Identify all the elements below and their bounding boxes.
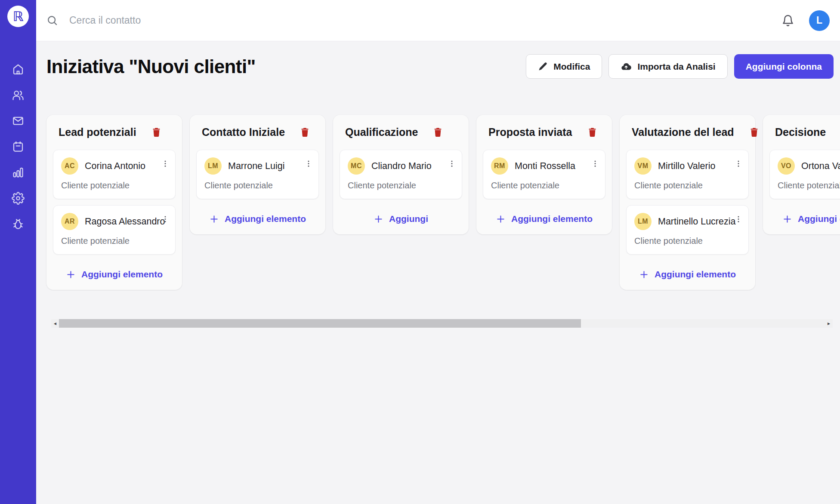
search-input[interactable]	[69, 15, 336, 26]
trash-icon	[432, 127, 443, 138]
app-logo[interactable]: ℝ	[7, 6, 29, 27]
kebab-icon	[304, 159, 313, 169]
column-header: Contatto Iniziale	[196, 126, 319, 138]
bell-icon	[781, 14, 794, 27]
card-menu-button[interactable]	[304, 159, 313, 169]
delete-column-button[interactable]	[432, 127, 443, 138]
card-menu-button[interactable]	[734, 215, 743, 224]
contact-card[interactable]: MC Cliandro Mario Cliente potenziale	[340, 150, 462, 199]
contact-card[interactable]: VM Mirtillo Valerio Cliente potenziale	[626, 150, 749, 199]
contact-card[interactable]: RM Monti Rossella Cliente potenziale	[483, 150, 605, 199]
mail-icon	[12, 114, 25, 127]
contact-subtitle: Cliente potenziale	[491, 181, 597, 191]
contact-card[interactable]: VO Ortona Valerio Cliente potenziale	[769, 150, 840, 199]
sidebar-item-analytics[interactable]	[11, 166, 25, 179]
add-item-button[interactable]: Aggiungi	[340, 210, 462, 227]
column-decisione: Decisione VO Ortona Valerio Cliente pote…	[763, 115, 840, 234]
delete-column-button[interactable]	[587, 127, 598, 138]
card-menu-button[interactable]	[448, 159, 456, 169]
card-menu-button[interactable]	[161, 159, 170, 169]
plus-icon	[209, 214, 219, 224]
contact-subtitle: Cliente potenziale	[61, 236, 167, 246]
column-header: Lead potenziali	[53, 126, 176, 138]
contact-avatar: LM	[634, 213, 652, 230]
page-header: Iniziativa "Nuovi clienti" Modifica Impo…	[46, 54, 834, 79]
notifications-button[interactable]	[781, 14, 794, 27]
column-title: Contatto Iniziale	[202, 126, 285, 138]
contact-subtitle: Cliente potenziale	[348, 181, 454, 191]
column-title: Decisione	[775, 126, 826, 138]
column-title: Qualificazione	[345, 126, 418, 138]
topbar: L	[36, 0, 840, 41]
contact-avatar: RM	[491, 157, 508, 175]
contact-avatar: LM	[204, 157, 222, 175]
card-menu-button[interactable]	[161, 215, 170, 224]
delete-column-button[interactable]	[151, 127, 162, 138]
kanban-board: Lead potenziali AC Corina Antonio Client…	[46, 115, 840, 290]
card-menu-button[interactable]	[591, 159, 599, 169]
scrollbar-track[interactable]	[59, 319, 825, 328]
import-button[interactable]: Importa da Analisi	[608, 54, 727, 79]
add-item-button[interactable]: Aggiungi elemento	[769, 210, 840, 227]
sidebar-item-mail[interactable]	[11, 114, 25, 128]
column-proposta-inviata: Proposta inviata RM Monti Rossella Clien…	[476, 115, 612, 234]
page-title: Iniziativa "Nuovi clienti"	[46, 56, 256, 77]
cloud-upload-icon	[621, 61, 632, 72]
column-title: Lead potenziali	[59, 126, 136, 138]
trash-icon	[749, 127, 760, 138]
column-header: Valutazione del lead	[626, 126, 749, 138]
plus-icon	[639, 270, 649, 280]
user-avatar[interactable]: L	[809, 10, 830, 31]
sidebar-item-contacts[interactable]	[11, 88, 25, 102]
contact-card[interactable]: AC Corina Antonio Cliente potenziale	[53, 150, 176, 199]
topbar-right: L	[781, 10, 830, 31]
delete-column-button[interactable]	[749, 127, 760, 138]
add-column-button[interactable]: Aggiungi colonna	[734, 54, 834, 79]
add-item-button[interactable]: Aggiungi elemento	[196, 210, 319, 227]
add-item-button[interactable]: Aggiungi elemento	[626, 266, 749, 283]
contact-name: Marrone Luigi	[228, 161, 284, 172]
contact-subtitle: Cliente potenziale	[778, 181, 840, 191]
contact-avatar: AC	[61, 157, 78, 175]
contact-card[interactable]: AR Ragosa Alessandro Cliente potenziale	[53, 205, 176, 255]
pencil-icon	[538, 61, 548, 71]
contact-avatar: AR	[61, 213, 78, 230]
contact-name: Cliandro Mario	[371, 161, 432, 172]
trash-icon	[300, 127, 310, 138]
trash-icon	[587, 127, 598, 138]
contact-card[interactable]: LM Marrone Luigi Cliente potenziale	[196, 150, 319, 199]
plus-icon	[782, 214, 792, 224]
add-item-button[interactable]: Aggiungi elemento	[483, 210, 605, 227]
delete-column-button[interactable]	[300, 127, 310, 138]
plus-icon	[496, 214, 506, 224]
scroll-left-button[interactable]: ◂	[51, 319, 59, 328]
user-initial: L	[816, 15, 822, 26]
column-header: Qualificazione	[340, 126, 462, 138]
kebab-icon	[161, 215, 170, 224]
home-icon	[12, 63, 25, 76]
kebab-icon	[448, 159, 456, 169]
column-qualificazione: Qualificazione MC Cliandro Mario Cliente…	[333, 115, 469, 234]
column-title: Valutazione del lead	[632, 126, 734, 138]
contact-card[interactable]: LM Martinello Lucrezia Cliente potenzial…	[626, 205, 749, 255]
sidebar-item-settings[interactable]	[11, 191, 25, 205]
scrollbar-thumb[interactable]	[59, 319, 581, 328]
column-contatto-iniziale: Contatto Iniziale LM Marrone Luigi Clien…	[190, 115, 325, 234]
contact-name: Mirtillo Valerio	[658, 161, 715, 172]
search-bar	[46, 15, 781, 26]
contact-name: Monti Rossella	[515, 161, 575, 172]
add-item-button[interactable]: Aggiungi elemento	[53, 266, 176, 283]
column-lead-potenziali: Lead potenziali AC Corina Antonio Client…	[46, 115, 182, 290]
contact-subtitle: Cliente potenziale	[61, 181, 167, 191]
search-icon	[46, 15, 58, 26]
logo-glyph: ℝ	[13, 9, 24, 24]
edit-button[interactable]: Modifica	[526, 54, 602, 79]
sidebar-item-calendar[interactable]	[11, 140, 25, 154]
card-menu-button[interactable]	[734, 159, 743, 169]
scroll-right-button[interactable]: ▸	[825, 319, 833, 328]
sidebar-item-bug[interactable]	[11, 217, 25, 231]
contact-avatar: MC	[348, 157, 365, 175]
contacts-icon	[12, 89, 25, 101]
sidebar-item-home[interactable]	[11, 62, 25, 76]
analytics-icon	[12, 166, 25, 179]
